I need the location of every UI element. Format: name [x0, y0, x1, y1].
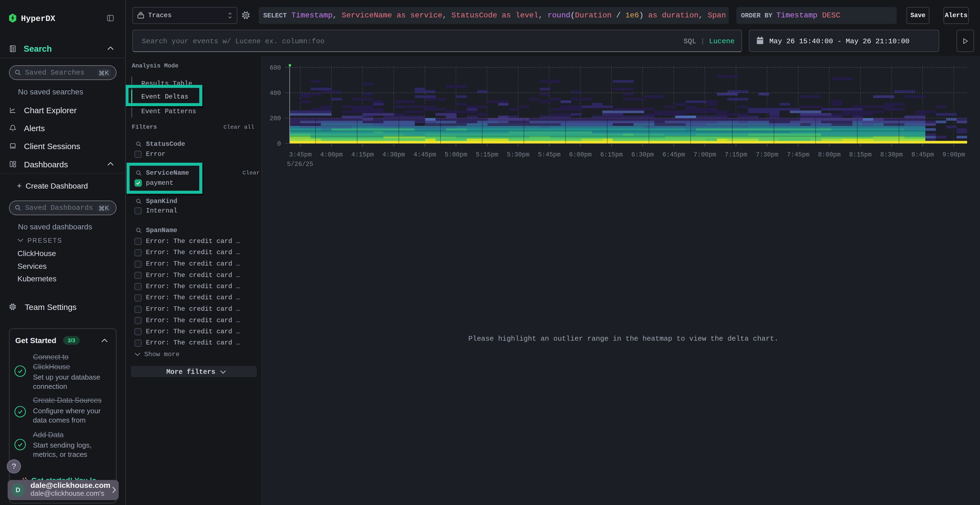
- svg-text:8:15pm: 8:15pm: [849, 151, 872, 158]
- svg-text:5:15pm: 5:15pm: [476, 151, 498, 158]
- svg-text:600: 600: [270, 65, 281, 71]
- svg-text:5:30pm: 5:30pm: [507, 151, 530, 158]
- svg-text:4:15pm: 4:15pm: [351, 151, 374, 158]
- svg-text:4:00pm: 4:00pm: [320, 151, 343, 158]
- svg-text:7:45pm: 7:45pm: [787, 151, 810, 158]
- svg-text:7:00pm: 7:00pm: [694, 151, 716, 158]
- svg-text:6:30pm: 6:30pm: [631, 151, 654, 158]
- svg-text:Please highlight an outlier ra: Please highlight an outlier range in the…: [468, 335, 778, 343]
- svg-text:6:00pm: 6:00pm: [569, 151, 592, 158]
- svg-text:4:30pm: 4:30pm: [382, 151, 405, 158]
- svg-text:5:45pm: 5:45pm: [538, 151, 560, 158]
- svg-text:9:00pm: 9:00pm: [942, 151, 965, 158]
- svg-text:3:45pm: 3:45pm: [289, 151, 312, 158]
- svg-text:7:30pm: 7:30pm: [756, 151, 778, 158]
- svg-text:6:45pm: 6:45pm: [662, 151, 685, 158]
- svg-text:4:45pm: 4:45pm: [414, 151, 436, 158]
- svg-text:6:15pm: 6:15pm: [600, 151, 623, 158]
- svg-text:8:30pm: 8:30pm: [880, 151, 903, 158]
- svg-text:7:15pm: 7:15pm: [725, 151, 747, 158]
- svg-text:400: 400: [270, 90, 281, 97]
- svg-text:200: 200: [270, 115, 281, 122]
- svg-text:8:45pm: 8:45pm: [912, 151, 934, 158]
- svg-text:0: 0: [277, 140, 281, 148]
- svg-text:8:00pm: 8:00pm: [818, 151, 841, 158]
- svg-text:5:00pm: 5:00pm: [445, 151, 467, 158]
- svg-text:5/26/25: 5/26/25: [287, 161, 313, 168]
